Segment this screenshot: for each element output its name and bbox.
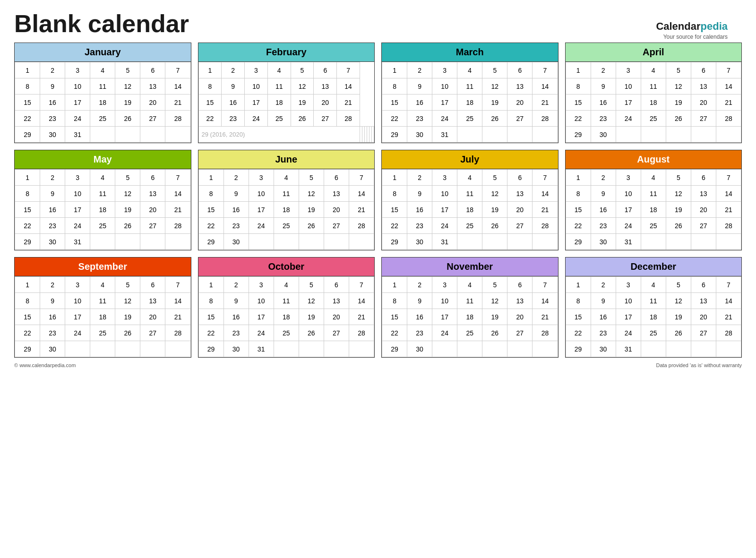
day-cell: 22 bbox=[198, 325, 223, 341]
table-row: 891011121314 bbox=[198, 186, 374, 202]
day-cell: 14 bbox=[165, 78, 190, 94]
day-cell: 29 bbox=[15, 127, 40, 143]
day-cell: 13 bbox=[314, 78, 337, 94]
table-row: 293031 bbox=[382, 234, 558, 250]
day-cell: 26 bbox=[115, 325, 140, 341]
day-cell bbox=[349, 341, 374, 357]
day-cell bbox=[641, 341, 666, 357]
table-row: 22232425262728 bbox=[198, 111, 374, 127]
day-cell: 23 bbox=[407, 325, 432, 341]
month-table-jan: 1234567891011121314151617181920212223242… bbox=[15, 62, 191, 143]
day-cell: 18 bbox=[641, 94, 666, 111]
table-row: 15161718192021 bbox=[198, 309, 374, 325]
day-cell bbox=[432, 341, 457, 357]
table-row: 1234567 bbox=[382, 62, 558, 78]
day-cell: 31 bbox=[616, 341, 641, 357]
day-cell: 5 bbox=[291, 62, 314, 78]
day-cell: 23 bbox=[407, 111, 432, 127]
day-cell: 17 bbox=[65, 94, 90, 111]
table-row: 293031 bbox=[15, 234, 191, 250]
day-cell: 14 bbox=[349, 186, 374, 202]
day-cell: 19 bbox=[115, 202, 140, 218]
day-cell: 5 bbox=[666, 170, 691, 186]
day-cell: 16 bbox=[222, 94, 245, 111]
day-cell: 30 bbox=[223, 341, 249, 357]
day-cell: 16 bbox=[407, 202, 432, 218]
day-cell: 20 bbox=[507, 309, 533, 325]
day-cell: 18 bbox=[457, 94, 482, 111]
day-cell: 17 bbox=[249, 309, 274, 325]
day-cell: 12 bbox=[666, 78, 691, 94]
day-cell: 4 bbox=[90, 277, 115, 293]
day-cell: 24 bbox=[432, 218, 457, 234]
day-cell: 23 bbox=[591, 111, 616, 127]
day-cell: 11 bbox=[457, 78, 482, 94]
day-cell: 1 bbox=[566, 277, 591, 293]
day-cell: 21 bbox=[165, 309, 190, 325]
day-cell: 19 bbox=[291, 94, 314, 111]
month-table-may: 1234567891011121314151617181920212223242… bbox=[15, 169, 191, 250]
day-cell: 10 bbox=[432, 186, 457, 202]
day-cell: 30 bbox=[407, 234, 432, 250]
table-row: 1234567 bbox=[198, 170, 374, 186]
day-cell: 17 bbox=[245, 94, 268, 111]
month-header-oct: October bbox=[198, 258, 375, 276]
day-cell bbox=[324, 234, 349, 250]
day-cell: 17 bbox=[432, 202, 457, 218]
table-row: 293031 bbox=[15, 127, 191, 143]
day-cell: 27 bbox=[314, 111, 337, 127]
table-row: 891011121314 bbox=[566, 186, 741, 202]
table-row: 2930 bbox=[566, 127, 741, 143]
day-cell: 28 bbox=[165, 325, 190, 341]
day-cell: 27 bbox=[691, 218, 716, 234]
day-cell: 2 bbox=[407, 170, 432, 186]
day-cell: 30 bbox=[407, 341, 432, 357]
day-cell: 20 bbox=[324, 309, 349, 325]
table-row: 1234567 bbox=[382, 170, 558, 186]
day-cell: 30 bbox=[223, 234, 249, 250]
day-cell: 21 bbox=[533, 309, 558, 325]
day-cell: 7 bbox=[533, 277, 558, 293]
day-cell: 26 bbox=[482, 218, 507, 234]
day-cell: 19 bbox=[666, 202, 691, 218]
month-table-jul: 1234567891011121314151617181920212223242… bbox=[382, 169, 558, 250]
day-cell: 16 bbox=[40, 94, 65, 111]
day-cell: 27 bbox=[507, 218, 533, 234]
day-cell: 8 bbox=[15, 293, 40, 309]
day-cell: 24 bbox=[65, 111, 90, 127]
table-row: 29 (2016, 2020) bbox=[198, 127, 374, 143]
day-cell: 8 bbox=[198, 186, 223, 202]
day-cell: 25 bbox=[457, 111, 482, 127]
day-cell bbox=[140, 234, 165, 250]
day-cell: 8 bbox=[15, 186, 40, 202]
day-cell: 21 bbox=[716, 202, 741, 218]
day-cell: 30 bbox=[40, 234, 65, 250]
day-cell: 19 bbox=[299, 309, 324, 325]
day-cell: 21 bbox=[533, 202, 558, 218]
day-cell: 19 bbox=[299, 202, 324, 218]
day-cell: 8 bbox=[198, 78, 222, 94]
month-jun: June123456789101112131415161718192021222… bbox=[198, 150, 375, 250]
day-cell: 3 bbox=[432, 170, 457, 186]
day-cell: 24 bbox=[432, 111, 457, 127]
day-cell: 10 bbox=[249, 186, 274, 202]
day-cell: 14 bbox=[337, 78, 360, 94]
day-cell: 20 bbox=[314, 94, 337, 111]
day-cell: 31 bbox=[432, 234, 457, 250]
day-cell: 20 bbox=[140, 202, 165, 218]
day-cell: 2 bbox=[591, 62, 616, 78]
day-cell: 2 bbox=[40, 170, 65, 186]
day-cell bbox=[507, 127, 533, 143]
day-cell: 10 bbox=[616, 186, 641, 202]
day-cell: 13 bbox=[691, 293, 716, 309]
day-cell: 17 bbox=[432, 309, 457, 325]
day-cell bbox=[533, 234, 558, 250]
day-cell: 27 bbox=[324, 325, 349, 341]
month-table-apr: 1234567891011121314151617181920212223242… bbox=[566, 62, 742, 143]
day-cell bbox=[533, 341, 558, 357]
day-cell bbox=[299, 341, 324, 357]
day-cell: 12 bbox=[299, 293, 324, 309]
day-cell: 18 bbox=[267, 94, 291, 111]
table-row: 15161718192021 bbox=[382, 202, 558, 218]
day-cell: 18 bbox=[90, 94, 115, 111]
